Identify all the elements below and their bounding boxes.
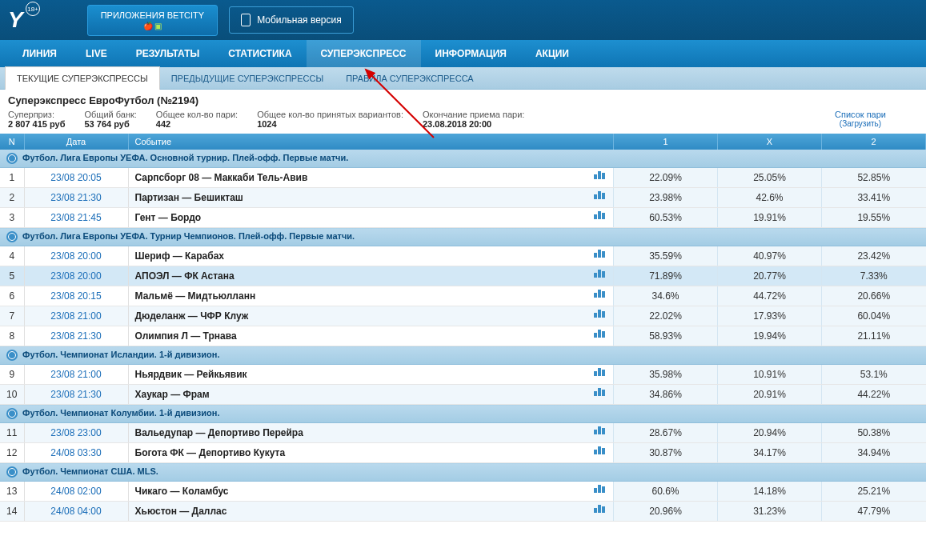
stats-icon[interactable] (594, 310, 605, 318)
pct-cell[interactable]: 23.98% (614, 188, 718, 208)
pct-cell[interactable]: 60.53% (614, 208, 718, 228)
pct-cell[interactable]: 25.21% (822, 482, 926, 502)
stats-icon[interactable] (594, 426, 605, 434)
row-event[interactable]: Мальмё — Мидтьюлланн (128, 286, 614, 306)
table-row[interactable]: 623/08 20:15Мальмё — Мидтьюлланн34.6%44.… (0, 286, 926, 306)
pct-cell[interactable]: 53.1% (822, 365, 926, 385)
col-1[interactable]: 1 (614, 134, 718, 150)
apps-button[interactable]: ПРИЛОЖЕНИЯ BETCITY 🍎 ▣ (87, 5, 218, 36)
row-event[interactable]: Ньярдвик — Рейкьявик (128, 365, 614, 385)
pct-cell[interactable]: 19.55% (822, 208, 926, 228)
pct-cell[interactable]: 47.79% (822, 502, 926, 522)
pct-cell[interactable]: 50.38% (822, 423, 926, 443)
pct-cell[interactable]: 42.6% (718, 188, 822, 208)
table-row[interactable]: 1424/08 04:00Хьюстон — Даллас20.96%31.23… (0, 502, 926, 522)
stats-icon[interactable] (594, 446, 605, 454)
pct-cell[interactable]: 44.72% (718, 286, 822, 306)
pct-cell[interactable]: 34.94% (822, 443, 926, 463)
nav-item[interactable]: РЕЗУЛЬТАТЫ (122, 40, 214, 67)
pct-cell[interactable]: 28.67% (614, 423, 718, 443)
pct-cell[interactable]: 34.86% (614, 385, 718, 405)
table-row[interactable]: 723/08 21:00Дюделанж — ЧФР Клуж22.02%17.… (0, 306, 926, 326)
table-row[interactable]: 823/08 21:30Олимпия Л — Трнава58.93%19.9… (0, 326, 926, 346)
pct-cell[interactable]: 7.33% (822, 266, 926, 286)
stats-icon[interactable] (594, 505, 605, 513)
pct-cell[interactable]: 17.93% (718, 306, 822, 326)
pct-cell[interactable]: 20.91% (718, 385, 822, 405)
pct-cell[interactable]: 22.09% (614, 168, 718, 188)
row-event[interactable]: Олимпия Л — Трнава (128, 326, 614, 346)
pct-cell[interactable]: 35.98% (614, 365, 718, 385)
stats-icon[interactable] (594, 388, 605, 396)
mobile-version-button[interactable]: Мобильная версия (229, 6, 354, 34)
pct-cell[interactable]: 60.04% (822, 306, 926, 326)
pct-cell[interactable]: 20.77% (718, 266, 822, 286)
pct-cell[interactable]: 14.18% (718, 482, 822, 502)
row-event[interactable]: Вальедупар — Депортиво Перейра (128, 423, 614, 443)
pct-cell[interactable]: 19.91% (718, 208, 822, 228)
stats-icon[interactable] (594, 290, 605, 298)
pct-cell[interactable]: 35.59% (614, 246, 718, 266)
table-row[interactable]: 923/08 21:00Ньярдвик — Рейкьявик35.98%10… (0, 365, 926, 385)
table-row[interactable]: 1224/08 03:30Богота ФК — Депортиво Кукут… (0, 443, 926, 463)
nav-item[interactable]: АКЦИИ (521, 40, 583, 67)
pct-cell[interactable]: 20.66% (822, 286, 926, 306)
col-date[interactable]: Дата (24, 134, 128, 150)
stats-icon[interactable] (594, 485, 605, 493)
bets-list-link[interactable]: Список пари (Загрузить) (835, 110, 886, 129)
row-event[interactable]: Гент — Бордо (128, 208, 614, 228)
pct-cell[interactable]: 34.17% (718, 443, 822, 463)
pct-cell[interactable]: 20.94% (718, 423, 822, 443)
row-event[interactable]: Сарпсборг 08 — Маккаби Тель-Авив (128, 168, 614, 188)
table-row[interactable]: 223/08 21:30Партизан — Бешикташ23.98%42.… (0, 188, 926, 208)
pct-cell[interactable]: 58.93% (614, 326, 718, 346)
pct-cell[interactable]: 71.89% (614, 266, 718, 286)
table-row[interactable]: 523/08 20:00АПОЭЛ — ФК Астана71.89%20.77… (0, 266, 926, 286)
col-event[interactable]: Событие (128, 134, 614, 150)
col-x[interactable]: X (718, 134, 822, 150)
row-event[interactable]: Богота ФК — Депортиво Кукута (128, 443, 614, 463)
stats-icon[interactable] (594, 250, 605, 258)
nav-item[interactable]: ЛИНИЯ (8, 40, 71, 67)
row-event[interactable]: Чикаго — Коламбус (128, 482, 614, 502)
stats-icon[interactable] (594, 270, 605, 278)
row-event[interactable]: АПОЭЛ — ФК Астана (128, 266, 614, 286)
col-n[interactable]: N (0, 134, 24, 150)
pct-cell[interactable]: 21.11% (822, 326, 926, 346)
pct-cell[interactable]: 44.22% (822, 385, 926, 405)
pct-cell[interactable]: 52.85% (822, 168, 926, 188)
pct-cell[interactable]: 31.23% (718, 502, 822, 522)
table-row[interactable]: 323/08 21:45Гент — Бордо60.53%19.91%19.5… (0, 208, 926, 228)
nav-item[interactable]: ИНФОРМАЦИЯ (421, 40, 521, 67)
pct-cell[interactable]: 33.41% (822, 188, 926, 208)
subnav-item[interactable]: ПРАВИЛА СУПЕРЭКСПРЕССА (335, 67, 485, 90)
table-row[interactable]: 1123/08 23:00Вальедупар — Депортиво Пере… (0, 423, 926, 443)
stats-icon[interactable] (594, 368, 605, 376)
row-event[interactable]: Дюделанж — ЧФР Клуж (128, 306, 614, 326)
row-event[interactable]: Шериф — Карабах (128, 246, 614, 266)
pct-cell[interactable]: 20.96% (614, 502, 718, 522)
table-row[interactable]: 1324/08 02:00Чикаго — Коламбус60.6%14.18… (0, 482, 926, 502)
nav-item[interactable]: LIVE (71, 40, 122, 67)
row-event[interactable]: Хаукар — Фрам (128, 385, 614, 405)
row-event[interactable]: Хьюстон — Даллас (128, 502, 614, 522)
nav-item[interactable]: СУПЕРЭКСПРЕСС (307, 40, 421, 67)
pct-cell[interactable]: 34.6% (614, 286, 718, 306)
stats-icon[interactable] (594, 191, 605, 199)
pct-cell[interactable]: 40.97% (718, 246, 822, 266)
table-row[interactable]: 123/08 20:05Сарпсборг 08 — Маккаби Тель-… (0, 168, 926, 188)
pct-cell[interactable]: 60.6% (614, 482, 718, 502)
row-event[interactable]: Партизан — Бешикташ (128, 188, 614, 208)
pct-cell[interactable]: 30.87% (614, 443, 718, 463)
pct-cell[interactable]: 23.42% (822, 246, 926, 266)
pct-cell[interactable]: 22.02% (614, 306, 718, 326)
stats-icon[interactable] (594, 171, 605, 179)
subnav-item[interactable]: ТЕКУЩИЕ СУПЕРЭКСПРЕССЫ (5, 66, 160, 90)
stats-icon[interactable] (594, 211, 605, 219)
table-row[interactable]: 1023/08 21:30Хаукар — Фрам34.86%20.91%44… (0, 385, 926, 405)
stats-icon[interactable] (594, 330, 605, 338)
pct-cell[interactable]: 10.91% (718, 365, 822, 385)
table-row[interactable]: 423/08 20:00Шериф — Карабах35.59%40.97%2… (0, 246, 926, 266)
nav-item[interactable]: СТАТИСТИКА (214, 40, 306, 67)
pct-cell[interactable]: 19.94% (718, 326, 822, 346)
